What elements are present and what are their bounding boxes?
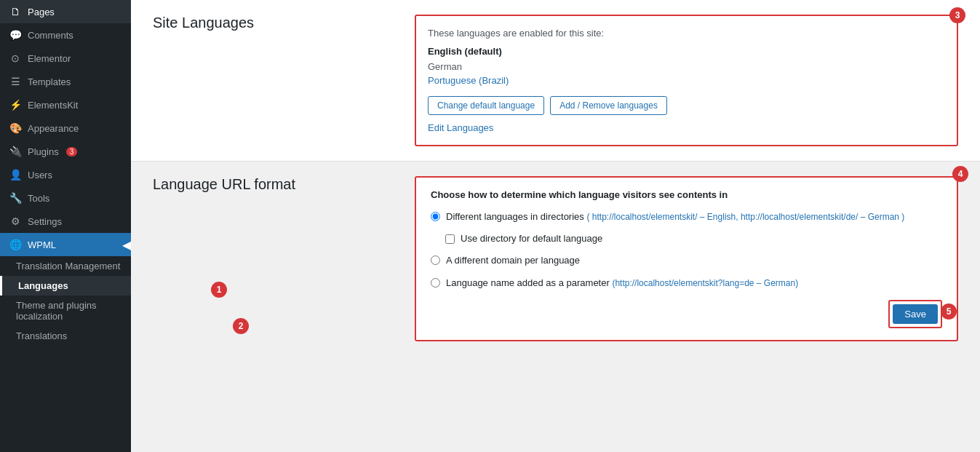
radio-directories-label: Different languages in directories ( htt… <box>446 210 904 223</box>
sidebar-item-plugins[interactable]: 🔌 Plugins 3 <box>0 140 131 163</box>
radio-option-parameter: Language name added as a parameter (http… <box>431 277 942 290</box>
main-content: Site Languages 3 These languages are ena… <box>131 0 980 452</box>
url-format-box-title: Choose how to determine which language v… <box>431 189 942 200</box>
sidebar-item-label: Elementor <box>28 53 71 64</box>
wpml-arrow: ◀ <box>122 238 131 252</box>
sidebar-sub-theme-plugins[interactable]: Theme and plugins localization <box>0 296 131 326</box>
sidebar-item-appearance[interactable]: 🎨 Appearance <box>0 116 131 140</box>
language-portuguese: Portuguese (Brazil) <box>428 75 945 86</box>
pages-icon: 🗋 <box>9 6 22 17</box>
save-button[interactable]: Save <box>893 304 938 324</box>
comments-icon: 💬 <box>9 29 22 41</box>
annotation-5: 5 <box>941 304 957 320</box>
sidebar-item-elementor[interactable]: ⊙ Elementor <box>0 47 131 70</box>
change-default-language-button[interactable]: Change default language <box>428 96 544 115</box>
sidebar-sub-label: Languages <box>18 280 68 291</box>
sidebar-item-wpml[interactable]: 🌐 WPML ◀ <box>0 233 131 256</box>
radio-option-domain: A different domain per language <box>431 254 942 267</box>
radio-directories-text: Different languages in directories <box>446 211 584 222</box>
annotation-2: 2 <box>233 318 249 334</box>
sidebar-item-label: Settings <box>28 216 62 227</box>
site-languages-section: Site Languages 3 These languages are ena… <box>131 0 980 162</box>
annotation-4: 4 <box>952 166 968 182</box>
sidebar-item-label: WPML <box>28 239 56 250</box>
radio-option-directories: Different languages in directories ( htt… <box>431 210 942 223</box>
site-languages-title: Site Languages <box>153 15 386 31</box>
save-row: 5 Save <box>431 300 942 328</box>
sidebar-sub-label: Theme and plugins localization <box>16 300 97 322</box>
sidebar-sub-languages[interactable]: Languages <box>0 276 131 296</box>
annotation-3: 3 <box>949 7 965 23</box>
save-wrapper: 5 Save <box>888 300 942 328</box>
sidebar-item-label: Plugins <box>28 146 59 157</box>
sidebar-item-settings[interactable]: ⚙ Settings <box>0 210 131 233</box>
sidebar-sub-translation-management[interactable]: Translation Management <box>0 256 131 276</box>
checkbox-default-dir: Use directory for default language <box>445 232 942 245</box>
sidebar-item-label: Pages <box>28 7 55 17</box>
language-url-section: Language URL format 1 2 4 Choose how to … <box>131 162 980 356</box>
sidebar-item-label: ElementsKit <box>28 100 78 111</box>
default-language: English (default) <box>428 46 945 57</box>
wpml-icon: 🌐 <box>9 239 22 250</box>
sidebar-item-label: Templates <box>28 76 71 87</box>
sidebar-item-templates[interactable]: ☰ Templates <box>0 70 131 93</box>
sidebar-sub-translations[interactable]: Translations <box>0 326 131 346</box>
tools-icon: 🔧 <box>9 192 22 204</box>
plugins-icon: 🔌 <box>9 146 22 157</box>
lang-intro-text: These languages are enabled for this sit… <box>428 28 945 39</box>
language-german: German <box>428 61 945 72</box>
radio-parameter-label: Language name added as a parameter (http… <box>446 277 798 290</box>
language-buttons: Change default language Add / Remove lan… <box>428 96 945 115</box>
radio-directories-hint: ( http://localhost/elementskit/ – Englis… <box>586 212 904 222</box>
elementskit-icon: ⚡ <box>9 99 22 111</box>
radio-domain[interactable] <box>431 255 440 265</box>
plugins-badge: 3 <box>66 147 78 156</box>
sidebar-item-tools[interactable]: 🔧 Tools <box>0 186 131 210</box>
sidebar-sub-label: Translation Management <box>16 261 120 271</box>
checkbox-default-dir-input[interactable] <box>445 234 455 244</box>
sidebar-item-label: Comments <box>28 30 73 41</box>
radio-parameter[interactable] <box>431 278 440 288</box>
radio-parameter-hint: (http://localhost/elementskit?lang=de – … <box>612 278 798 288</box>
edit-languages-link[interactable]: Edit Languages <box>428 122 493 133</box>
templates-icon: ☰ <box>9 76 22 87</box>
radio-parameter-text: Language name added as a parameter <box>446 277 610 288</box>
annotation-1: 1 <box>211 282 227 298</box>
language-url-title: Language URL format <box>153 176 386 193</box>
sidebar-item-elementskit[interactable]: ⚡ ElementsKit <box>0 93 131 116</box>
radio-domain-label: A different domain per language <box>446 254 580 267</box>
sidebar-item-label: Users <box>28 170 52 181</box>
checkbox-default-dir-label: Use directory for default language <box>461 232 602 245</box>
sidebar-item-users[interactable]: 👤 Users <box>0 163 131 186</box>
add-remove-languages-button[interactable]: Add / Remove languages <box>550 96 667 115</box>
users-icon: 👤 <box>9 169 22 181</box>
sidebar-item-label: Appearance <box>28 123 79 134</box>
sidebar: 🗋 Pages 💬 Comments ⊙ Elementor ☰ Templat… <box>0 0 131 452</box>
sidebar-item-comments[interactable]: 💬 Comments <box>0 23 131 47</box>
settings-icon: ⚙ <box>9 215 22 227</box>
appearance-icon: 🎨 <box>9 122 22 134</box>
radio-directories[interactable] <box>431 212 440 221</box>
site-languages-box: These languages are enabled for this sit… <box>415 15 958 146</box>
elementor-icon: ⊙ <box>9 52 22 64</box>
sidebar-sub-label: Translations <box>16 330 67 341</box>
sidebar-item-label: Tools <box>28 193 49 204</box>
url-format-box: Choose how to determine which language v… <box>415 176 958 341</box>
sidebar-item-pages[interactable]: 🗋 Pages <box>0 0 131 23</box>
